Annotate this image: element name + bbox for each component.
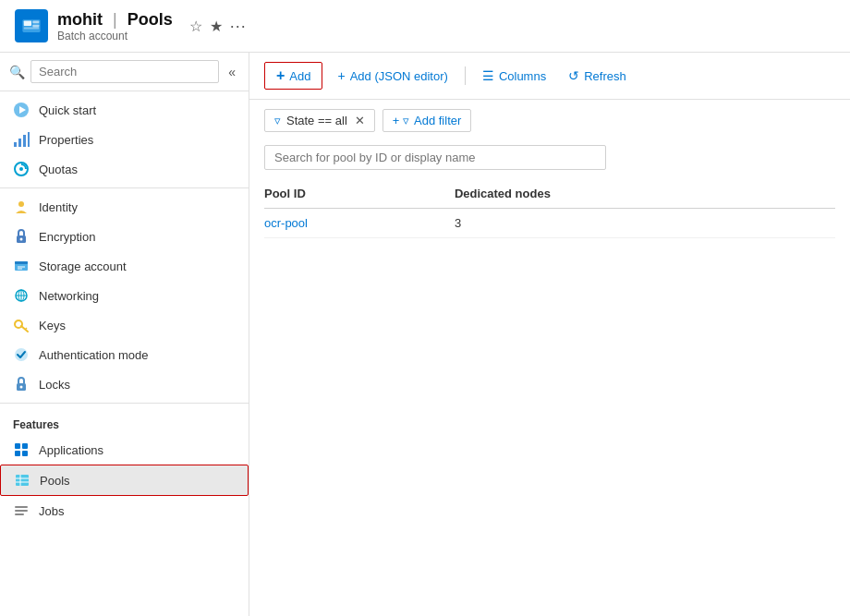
sidebar-divider-1	[0, 187, 249, 188]
star-icon[interactable]: ★	[210, 18, 223, 35]
sidebar-item-label: Encryption	[39, 230, 95, 244]
header-action-icons: ☆ ★ ···	[189, 17, 247, 36]
columns-icon: ☰	[482, 68, 494, 83]
column-dedicated-nodes: Dedicated nodes	[455, 179, 835, 209]
refresh-icon: ↺	[568, 68, 579, 83]
svg-rect-34	[16, 475, 29, 486]
svg-rect-7	[14, 142, 17, 147]
columns-button[interactable]: ☰ Columns	[475, 64, 553, 88]
sidebar-item-jobs[interactable]: Jobs	[0, 496, 249, 525]
pool-id-link[interactable]: ocr-pool	[264, 216, 308, 230]
table-header: Pool ID Dedicated nodes	[264, 179, 835, 209]
add-json-editor-button[interactable]: + Add (JSON editor)	[330, 64, 455, 88]
add-json-plus-icon: +	[337, 68, 345, 83]
locks-icon	[13, 376, 30, 393]
header-title-block: mohit | Pools Batch account	[57, 10, 173, 42]
svg-rect-3	[32, 25, 39, 28]
sidebar-item-quotas[interactable]: Quotas	[0, 154, 249, 184]
svg-point-13	[18, 201, 24, 207]
sidebar-item-applications[interactable]: Applications	[0, 435, 249, 465]
collapse-button[interactable]: «	[225, 63, 239, 81]
quick-start-icon	[13, 102, 30, 118]
add-filter-icon: + ▿	[393, 114, 409, 127]
content-area: + Add + Add (JSON editor) ☰ Columns ↺ Re…	[249, 53, 850, 616]
cell-pool-id: ocr-pool	[264, 209, 455, 238]
sidebar-item-authentication-mode[interactable]: Authentication mode	[0, 340, 249, 369]
sidebar-item-encryption[interactable]: Encryption	[0, 222, 249, 251]
data-table: Pool ID Dedicated nodes ocr-pool 3	[249, 179, 850, 616]
encryption-icon	[13, 228, 30, 245]
sidebar-item-label: Properties	[39, 133, 93, 147]
pools-table: Pool ID Dedicated nodes ocr-pool 3	[264, 179, 835, 238]
sidebar-item-label: Pools	[40, 474, 70, 488]
sidebar-item-label: Quick start	[39, 103, 96, 117]
sidebar-item-label: Identity	[39, 200, 78, 214]
properties-icon	[13, 131, 30, 148]
account-subtitle: Batch account	[57, 30, 173, 42]
search-icon: 🔍	[9, 65, 25, 79]
filter-close-icon[interactable]: ✕	[355, 114, 365, 127]
svg-point-15	[20, 238, 23, 241]
identity-icon	[13, 199, 30, 215]
account-name: mohit | Pools	[57, 10, 173, 30]
sidebar-item-locks[interactable]: Locks	[0, 369, 249, 399]
quotas-icon	[13, 161, 30, 177]
svg-point-29	[20, 386, 23, 389]
svg-rect-31	[22, 443, 28, 449]
sidebar-nav: Quick start Properties Quotas	[0, 91, 249, 616]
sidebar-item-label: Locks	[39, 378, 70, 392]
toolbar-separator-1	[465, 66, 466, 85]
sidebar-item-label: Applications	[39, 443, 103, 457]
sidebar-item-quick-start[interactable]: Quick start	[0, 95, 249, 125]
authentication-mode-icon	[13, 346, 30, 363]
table-body: ocr-pool 3	[264, 209, 835, 238]
svg-rect-1	[24, 21, 31, 27]
sidebar-item-pools[interactable]: Pools	[0, 465, 249, 496]
search-input[interactable]	[30, 60, 219, 83]
page-header: mohit | Pools Batch account ☆ ★ ···	[0, 0, 850, 53]
svg-rect-38	[15, 506, 28, 508]
column-pool-id: Pool ID	[264, 179, 455, 209]
sidebar-item-label: Authentication mode	[39, 348, 149, 362]
pool-search-input[interactable]	[264, 145, 606, 170]
svg-rect-4	[24, 27, 40, 29]
sidebar-item-label: Quotas	[39, 163, 78, 176]
storage-account-icon	[13, 258, 30, 274]
pools-icon	[14, 472, 30, 489]
sidebar: 🔍 « Quick start Properties	[0, 53, 249, 616]
networking-icon	[13, 287, 30, 304]
sidebar-item-storage-account[interactable]: Storage account	[0, 251, 249, 281]
separator: |	[113, 10, 117, 29]
svg-rect-8	[18, 139, 21, 147]
filter-bar: ▿ State == all ✕ + ▿ Add filter	[249, 100, 850, 141]
sidebar-divider-2	[0, 403, 249, 404]
svg-rect-9	[23, 135, 26, 147]
svg-rect-17	[15, 261, 28, 264]
sidebar-item-keys[interactable]: Keys	[0, 310, 249, 340]
more-icon[interactable]: ···	[230, 17, 247, 36]
refresh-button[interactable]: ↺ Refresh	[561, 64, 634, 88]
filter-icon: ▿	[274, 114, 281, 127]
sidebar-item-properties[interactable]: Properties	[0, 125, 249, 154]
sidebar-item-identity[interactable]: Identity	[0, 192, 249, 222]
svg-rect-33	[22, 451, 28, 456]
svg-rect-30	[15, 443, 20, 449]
svg-rect-32	[15, 451, 20, 456]
sidebar-item-label: Jobs	[39, 504, 64, 518]
sidebar-item-networking[interactable]: Networking	[0, 281, 249, 310]
table-row: ocr-pool 3	[264, 209, 835, 238]
state-filter-tag: ▿ State == all ✕	[264, 109, 375, 132]
sidebar-item-label: Networking	[39, 289, 99, 303]
sidebar-nav-wrapper: Quick start Properties Quotas	[0, 91, 249, 616]
main-layout: 🔍 « Quick start Properties	[0, 53, 850, 616]
jobs-icon	[13, 502, 30, 519]
pool-search-row	[249, 141, 850, 179]
add-filter-button[interactable]: + ▿ Add filter	[382, 109, 472, 132]
svg-rect-2	[32, 21, 39, 24]
svg-rect-39	[15, 510, 28, 512]
add-button[interactable]: + Add	[264, 62, 322, 90]
pin-icon[interactable]: ☆	[189, 18, 202, 35]
svg-rect-40	[15, 513, 24, 515]
sidebar-item-label: Storage account	[39, 260, 127, 273]
features-section-label: Features	[0, 407, 249, 435]
